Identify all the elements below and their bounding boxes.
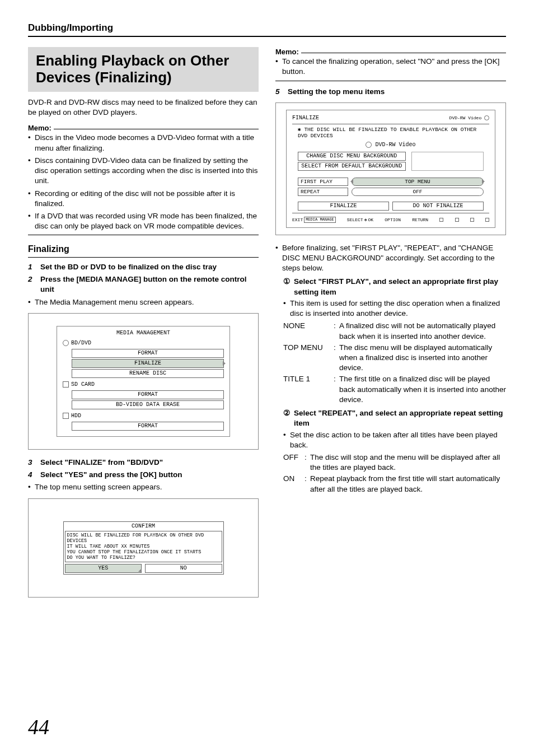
menu-item-bdvideo-erase[interactable]: BD-VIDEO DATA ERASE (72, 400, 224, 409)
memo-block-1: Memo: Discs in the Video mode becomes a … (28, 123, 259, 235)
step-note: The Media Management menu screen appears… (28, 297, 259, 307)
step-1: 1 Set the BD or DVD to be finalized on t… (28, 262, 259, 272)
menu-group: BD/DVD (71, 340, 91, 347)
step-text: Set the BD or DVD to be finalized on the… (40, 262, 217, 272)
select-label: SELECT (347, 217, 363, 223)
color-button-icon (485, 218, 489, 222)
dpad-icon: ✥ (364, 217, 367, 223)
default-bg-button[interactable]: SELECT FROM DEFAULT BACKGROUND (298, 162, 406, 171)
substep-note: This item is used for setting the disc o… (283, 298, 506, 319)
memo-block-2: Memo: To cancel the finalizing operation… (275, 47, 506, 81)
page-number: 44 (28, 715, 49, 739)
step-5: 5 Setting the top menu items (275, 87, 506, 97)
finalize-button[interactable]: FINALIZE (298, 202, 389, 211)
media-manage-icon: MEDIA MANAGE (304, 217, 335, 222)
substep-text: Select "FIRST PLAY", and select an appro… (294, 277, 506, 297)
confirm-title: CONFIRM (65, 523, 222, 530)
menu-item-finalize[interactable]: FINALIZE (72, 359, 224, 368)
substep-text: Select "REPEAT", and select an appropria… (294, 408, 506, 428)
color-button-icon (439, 218, 443, 222)
bg-thumbnail (411, 152, 484, 171)
color-button-icon (455, 218, 459, 222)
figure-title: MEDIA MANAGEMENT (63, 330, 224, 337)
def-term: TOP MENU (283, 343, 330, 374)
hdd-icon (63, 413, 69, 419)
menu-item-format[interactable]: FORMAT (72, 349, 224, 358)
menu-item-format[interactable]: FORMAT (72, 422, 224, 431)
menu-group: SD CARD (71, 381, 95, 388)
figure-note: THE DISC WILL BE FINALIZED TO ENABLE PLA… (298, 127, 484, 139)
step-text: Press the [MEDIA MANAGE] button on the r… (40, 274, 259, 295)
def-desc: The disc menu will be displayed automati… (339, 343, 506, 374)
return-label: RETURN (412, 217, 428, 223)
repeat-label: REPEAT (298, 188, 348, 196)
def-term: OFF (283, 452, 301, 473)
prep-note: Before finalizing, set "FIRST PLAY", "RE… (275, 243, 506, 274)
finalizing-heading: Finalizing (28, 243, 259, 258)
media-management-figure: MEDIA MANAGEMENT BD/DVD FORMAT FINALIZE … (28, 313, 259, 450)
page-title: Enabling Playback on Other Devices (Fina… (36, 53, 251, 86)
option-label: OPTION (385, 217, 401, 223)
step-number: 2 (28, 274, 36, 295)
step-note: The top menu setting screen appears. (28, 482, 259, 492)
memo-label: Memo: (28, 123, 54, 133)
step-number: 5 (275, 87, 283, 97)
substep-2: ② Select "REPEAT", and select an appropr… (275, 408, 506, 428)
circled-number: ① (283, 277, 291, 297)
memo-item: If a DVD that was recorded using VR mode… (28, 211, 259, 231)
confirm-yes-button[interactable]: YES (65, 564, 142, 573)
def-term: TITLE 1 (283, 374, 330, 405)
left-column: Enabling Playback on Other Devices (Fina… (28, 47, 259, 605)
menu-group: HDD (71, 413, 81, 419)
color-button-icon (470, 218, 474, 222)
def-desc: Repeat playback from the first title wil… (310, 474, 506, 494)
intro-text: DVD-R and DVD-RW discs may need to be fi… (28, 97, 259, 118)
substep-1: ① Select "FIRST PLAY", and select an app… (275, 277, 506, 297)
change-bg-button[interactable]: CHANGE DISC MENU BACKGROUND (298, 152, 406, 161)
menu-item-rename[interactable]: RENAME DISC (72, 369, 224, 378)
memo-item: Discs in the Video mode becomes a DVD-Vi… (28, 133, 259, 153)
substep-note: Set the disc action to be taken after al… (283, 430, 506, 450)
sd-icon (63, 381, 69, 388)
step-text: Select "YES" and press the [OK] button (40, 470, 182, 480)
page-title-box: Enabling Playback on Other Devices (Fina… (28, 47, 259, 92)
exit-label: EXIT (292, 217, 303, 223)
memo-label: Memo: (275, 47, 301, 57)
confirm-message: DISC WILL BE FINALIZED FOR PLAYBACK ON O… (65, 531, 222, 563)
do-not-finalize-button[interactable]: DO NOT FINALIZE (392, 202, 484, 211)
menu-item-format[interactable]: FORMAT (72, 390, 224, 399)
first-play-label: FIRST PLAY (298, 178, 348, 186)
disc-icon (366, 142, 372, 148)
step-number: 4 (28, 470, 36, 480)
disc-label: DVD-RW Video (375, 142, 415, 148)
memo-item: Discs containing DVD-Video data can be f… (28, 156, 259, 186)
def-term: NONE (283, 321, 330, 341)
step-text: Select "FINALIZE" from "BD/DVD" (40, 458, 163, 468)
step-number: 1 (28, 262, 36, 272)
step-4: 4 Select "YES" and press the [OK] button (28, 470, 259, 480)
finalize-figure: FINALIZE DVD-RW Video THE DISC WILL BE F… (275, 102, 506, 235)
def-term: ON (283, 474, 301, 494)
def-desc: The disc will stop and the menu will be … (310, 452, 506, 473)
confirm-no-button[interactable]: NO (145, 564, 222, 573)
memo-item: Recording or editing of the disc will no… (28, 189, 259, 209)
repeat-value[interactable]: OFF (352, 188, 484, 196)
ok-label: OK (368, 217, 373, 223)
memo-item: To cancel the finalizing operation, sele… (275, 57, 506, 77)
disc-badge: DVD-RW Video (449, 115, 489, 121)
section-header: Dubbing/Importing (28, 22, 506, 37)
first-play-value[interactable]: TOP MENU (352, 178, 484, 186)
confirm-figure: CONFIRM DISC WILL BE FINALIZED FOR PLAYB… (28, 498, 259, 598)
definition-list-repeat: OFF:The disc will stop and the menu will… (275, 452, 506, 494)
step-text: Setting the top menu items (288, 87, 385, 97)
step-3: 3 Select "FINALIZE" from "BD/DVD" (28, 458, 259, 468)
step-number: 3 (28, 458, 36, 468)
disc-icon (63, 340, 69, 346)
figure-title: FINALIZE (292, 115, 319, 122)
right-column: Memo: To cancel the finalizing operation… (275, 47, 506, 605)
definition-list-firstplay: NONE:A finalized disc will not be automa… (275, 321, 506, 405)
step-2: 2 Press the [MEDIA MANAGE] button on the… (28, 274, 259, 295)
def-desc: A finalized disc will not be automatical… (339, 321, 506, 341)
circled-number: ② (283, 408, 291, 428)
def-desc: The first title on a finalized disc will… (339, 374, 506, 405)
